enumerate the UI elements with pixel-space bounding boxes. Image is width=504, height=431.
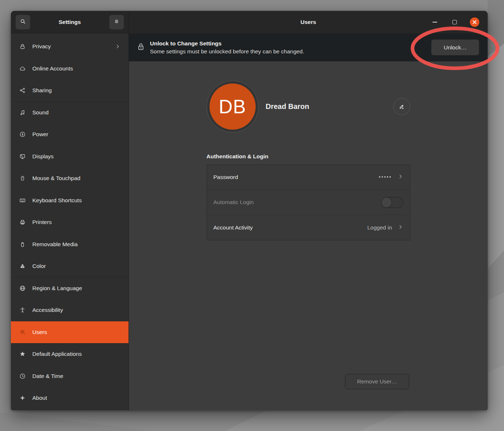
password-dots: ••••• (379, 175, 392, 180)
user-card: DB Dread Baron (207, 81, 410, 133)
sidebar-item-label: Sharing (32, 87, 52, 94)
edit-user-button[interactable] (393, 98, 410, 115)
chevron-right-icon (398, 174, 403, 181)
sidebar-item-label: Removable Media (32, 241, 78, 248)
sidebar-item-printers[interactable]: Printers (11, 211, 129, 233)
account-activity-row[interactable]: Account Activity Logged in (207, 215, 410, 240)
primary-menu-button[interactable] (109, 15, 124, 29)
sidebar-item-region-language[interactable]: Region & Language (11, 277, 129, 300)
window-controls (430, 17, 488, 27)
sparkle-icon (19, 394, 26, 402)
sidebar-item-label: Color (32, 263, 46, 269)
account-activity-label: Account Activity (214, 224, 367, 231)
settings-window: Settings Privacy Online Accounts (11, 11, 488, 410)
sidebar-item-power[interactable]: Power (11, 123, 129, 146)
sidebar-item-mouse-touchpad[interactable]: Mouse & Touchpad (11, 167, 129, 190)
sidebar-item-label: Users (32, 329, 47, 336)
banner-text: Unlock to Change Settings Some settings … (150, 40, 304, 56)
remove-user-button[interactable]: Remove User… (345, 374, 409, 389)
sidebar-item-label: Accessibility (32, 307, 63, 313)
unlock-button[interactable]: Unlock… (431, 39, 479, 56)
maximize-icon (452, 20, 457, 24)
users-icon (19, 329, 26, 336)
sidebar-item-color[interactable]: Color (11, 255, 129, 277)
clock-icon (19, 373, 26, 380)
content-pane: Users Unlock to Change Settings Some set… (129, 11, 488, 410)
sidebar-nav: Privacy Online Accounts Sharing Sound Po… (11, 33, 129, 410)
hamburger-menu-icon (114, 19, 119, 25)
sidebar-item-label: Power (32, 131, 48, 138)
star-icon (19, 350, 26, 358)
printer-icon (19, 219, 26, 226)
sidebar-item-about[interactable]: About (11, 387, 129, 409)
users-panel: DB Dread Baron Authentication & Login Pa… (129, 61, 488, 410)
sidebar-item-label: Region & Language (32, 285, 82, 292)
user-full-name: Dread Baron (266, 102, 309, 111)
maximize-button[interactable] (450, 17, 459, 27)
monitor-icon (19, 153, 26, 160)
sidebar-item-online-accounts[interactable]: Online Accounts (11, 58, 129, 80)
mouse-icon (19, 175, 26, 182)
sidebar-item-label: About (32, 395, 47, 401)
titlebar: Users (129, 11, 488, 33)
person-icon (19, 306, 26, 314)
power-bolt-icon (19, 131, 26, 138)
password-label: Password (214, 174, 379, 180)
account-activity-value: Logged in (367, 224, 392, 231)
sidebar-item-label: Online Accounts (32, 65, 73, 72)
sidebar-item-date-time[interactable]: Date & Time (11, 365, 129, 387)
sidebar-item-default-applications[interactable]: Default Applications (11, 343, 129, 365)
sidebar-item-label: Mouse & Touchpad (32, 175, 80, 182)
minimize-button[interactable] (430, 17, 439, 27)
globe-icon (19, 285, 26, 292)
sidebar-item-sound[interactable]: Sound (11, 102, 129, 124)
avatar: DB (210, 84, 256, 130)
sidebar-item-label: Default Applications (32, 351, 82, 357)
sidebar-item-removable-media[interactable]: Removable Media (11, 233, 129, 256)
app-title: Settings (58, 19, 81, 25)
padlock-icon (137, 42, 145, 53)
banner-title: Unlock to Change Settings (150, 40, 304, 48)
avatar-ring: DB (207, 81, 259, 133)
minimize-icon (432, 22, 437, 23)
share-icon (19, 87, 26, 94)
sidebar-item-label: Privacy (32, 43, 51, 50)
search-button[interactable] (16, 15, 30, 29)
pencil-icon (398, 103, 405, 110)
banner-subtitle: Some settings must be unlocked before th… (150, 48, 304, 56)
cloud-icon (19, 65, 26, 72)
sidebar-item-sharing[interactable]: Sharing (11, 80, 129, 102)
close-icon (472, 20, 477, 25)
toggle-knob (381, 197, 392, 208)
automatic-login-label: Automatic Login (214, 199, 381, 206)
sidebar-headerbar: Settings (11, 11, 129, 33)
sidebar-item-users[interactable]: Users (11, 321, 129, 343)
chevron-right-icon (398, 224, 403, 231)
magnifier-icon (20, 18, 26, 26)
unlock-banner: Unlock to Change Settings Some settings … (129, 33, 488, 61)
sidebar-item-label: Displays (32, 153, 54, 160)
password-row[interactable]: Password ••••• (207, 165, 410, 190)
auth-section-heading: Authentication & Login (207, 153, 410, 160)
sidebar-item-displays[interactable]: Displays (11, 146, 129, 168)
sidebar-item-privacy[interactable]: Privacy (11, 36, 129, 58)
sidebar: Settings Privacy Online Accounts (11, 11, 129, 410)
sidebar-item-label: Date & Time (32, 373, 63, 379)
sidebar-item-label: Sound (32, 109, 49, 116)
sidebar-item-label: Printers (32, 219, 52, 225)
color-circles-icon (19, 263, 26, 270)
automatic-login-row: Automatic Login (207, 190, 410, 215)
sidebar-item-keyboard-shortcuts[interactable]: Keyboard Shortcuts (11, 190, 129, 212)
keyboard-icon (19, 197, 26, 204)
close-button[interactable] (470, 17, 479, 27)
music-note-icon (19, 109, 26, 116)
lock-icon (19, 43, 26, 50)
sidebar-item-accessibility[interactable]: Accessibility (11, 299, 129, 321)
chevron-right-icon (115, 44, 121, 49)
automatic-login-toggle[interactable] (381, 197, 403, 208)
auth-settings-group: Password ••••• Automatic Login Account A… (207, 164, 410, 240)
usb-drive-icon (19, 241, 26, 248)
sidebar-item-label: Keyboard Shortcuts (32, 197, 82, 204)
